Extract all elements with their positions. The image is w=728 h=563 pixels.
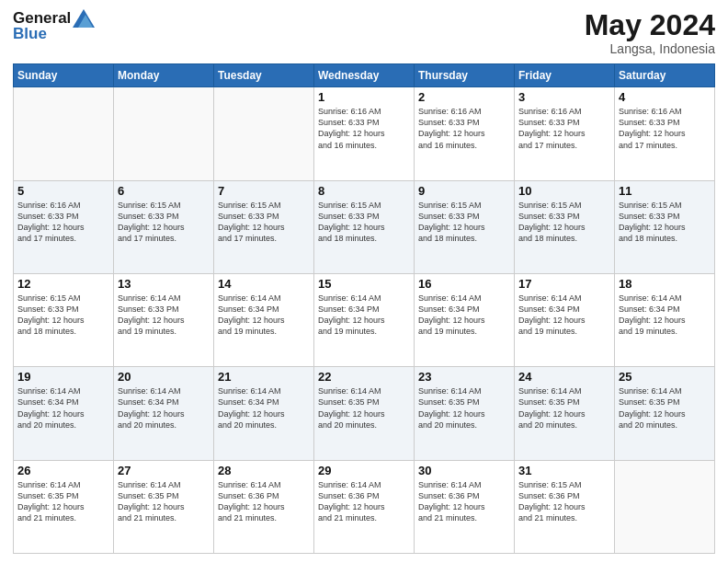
logo: General Blue	[13, 9, 95, 43]
calendar-cell: 12Sunrise: 6:15 AM Sunset: 6:33 PM Dayli…	[14, 273, 114, 366]
calendar-cell: 9Sunrise: 6:15 AM Sunset: 6:33 PM Daylig…	[415, 180, 515, 273]
day-number: 13	[118, 277, 210, 291]
day-number: 19	[17, 370, 109, 384]
calendar-cell: 17Sunrise: 6:14 AM Sunset: 6:34 PM Dayli…	[515, 273, 615, 366]
calendar-cell: 16Sunrise: 6:14 AM Sunset: 6:34 PM Dayli…	[415, 273, 515, 366]
day-number: 10	[518, 184, 610, 198]
day-info: Sunrise: 6:14 AM Sunset: 6:36 PM Dayligh…	[218, 479, 310, 524]
calendar-header-monday: Monday	[114, 64, 214, 87]
calendar-cell: 8Sunrise: 6:15 AM Sunset: 6:33 PM Daylig…	[314, 180, 415, 273]
day-number: 9	[418, 184, 510, 198]
calendar-cell	[615, 460, 715, 553]
day-info: Sunrise: 6:16 AM Sunset: 6:33 PM Dayligh…	[318, 106, 410, 151]
day-info: Sunrise: 6:14 AM Sunset: 6:36 PM Dayligh…	[318, 479, 410, 524]
calendar-header-sunday: Sunday	[14, 64, 114, 87]
calendar-header-row: SundayMondayTuesdayWednesdayThursdayFrid…	[14, 64, 715, 87]
day-info: Sunrise: 6:14 AM Sunset: 6:34 PM Dayligh…	[218, 385, 310, 431]
calendar-cell: 7Sunrise: 6:15 AM Sunset: 6:33 PM Daylig…	[214, 180, 314, 273]
day-number: 4	[619, 90, 711, 104]
calendar-cell: 28Sunrise: 6:14 AM Sunset: 6:36 PM Dayli…	[214, 460, 314, 553]
calendar-cell: 19Sunrise: 6:14 AM Sunset: 6:34 PM Dayli…	[14, 367, 114, 460]
day-info: Sunrise: 6:16 AM Sunset: 6:33 PM Dayligh…	[619, 106, 711, 151]
day-info: Sunrise: 6:14 AM Sunset: 6:34 PM Dayligh…	[318, 293, 410, 338]
calendar-header-tuesday: Tuesday	[214, 64, 314, 87]
calendar-cell: 11Sunrise: 6:15 AM Sunset: 6:33 PM Dayli…	[615, 180, 715, 273]
day-info: Sunrise: 6:14 AM Sunset: 6:35 PM Dayligh…	[518, 385, 610, 431]
day-info: Sunrise: 6:16 AM Sunset: 6:33 PM Dayligh…	[17, 200, 109, 245]
day-info: Sunrise: 6:15 AM Sunset: 6:33 PM Dayligh…	[418, 200, 510, 245]
day-number: 30	[418, 464, 510, 477]
location: Langsa, Indonesia	[585, 41, 715, 56]
calendar-cell: 18Sunrise: 6:14 AM Sunset: 6:34 PM Dayli…	[615, 273, 715, 366]
calendar-cell: 5Sunrise: 6:16 AM Sunset: 6:33 PM Daylig…	[14, 180, 114, 273]
calendar-cell: 20Sunrise: 6:14 AM Sunset: 6:34 PM Dayli…	[114, 367, 214, 460]
day-number: 1	[318, 90, 410, 104]
calendar-week-2: 12Sunrise: 6:15 AM Sunset: 6:33 PM Dayli…	[14, 273, 715, 366]
day-info: Sunrise: 6:14 AM Sunset: 6:35 PM Dayligh…	[619, 385, 711, 431]
calendar-cell: 29Sunrise: 6:14 AM Sunset: 6:36 PM Dayli…	[314, 460, 415, 553]
logo-blue: Blue	[13, 26, 95, 43]
calendar-cell: 23Sunrise: 6:14 AM Sunset: 6:35 PM Dayli…	[415, 367, 515, 460]
calendar-week-3: 19Sunrise: 6:14 AM Sunset: 6:34 PM Dayli…	[14, 367, 715, 460]
day-number: 16	[418, 277, 510, 291]
day-info: Sunrise: 6:14 AM Sunset: 6:33 PM Dayligh…	[118, 293, 210, 338]
calendar-cell: 13Sunrise: 6:14 AM Sunset: 6:33 PM Dayli…	[114, 273, 214, 366]
calendar: SundayMondayTuesdayWednesdayThursdayFrid…	[13, 63, 715, 554]
header: General Blue May 2024 Langsa, Indonesia	[13, 9, 715, 56]
day-number: 29	[318, 464, 410, 477]
calendar-week-4: 26Sunrise: 6:14 AM Sunset: 6:35 PM Dayli…	[14, 460, 715, 553]
title-block: May 2024 Langsa, Indonesia	[585, 9, 715, 56]
day-number: 21	[218, 370, 310, 384]
calendar-cell: 22Sunrise: 6:14 AM Sunset: 6:35 PM Dayli…	[314, 367, 415, 460]
calendar-cell: 27Sunrise: 6:14 AM Sunset: 6:35 PM Dayli…	[114, 460, 214, 553]
day-info: Sunrise: 6:14 AM Sunset: 6:34 PM Dayligh…	[17, 385, 109, 431]
day-number: 3	[518, 90, 610, 104]
logo-icon	[73, 9, 95, 28]
day-info: Sunrise: 6:15 AM Sunset: 6:33 PM Dayligh…	[118, 200, 210, 245]
calendar-cell: 30Sunrise: 6:14 AM Sunset: 6:36 PM Dayli…	[415, 460, 515, 553]
day-info: Sunrise: 6:16 AM Sunset: 6:33 PM Dayligh…	[418, 106, 510, 151]
day-number: 26	[17, 464, 109, 477]
calendar-week-0: 1Sunrise: 6:16 AM Sunset: 6:33 PM Daylig…	[14, 87, 715, 180]
calendar-header-friday: Friday	[515, 64, 615, 87]
day-number: 20	[118, 370, 210, 384]
day-number: 2	[418, 90, 510, 104]
calendar-cell	[114, 87, 214, 180]
day-info: Sunrise: 6:15 AM Sunset: 6:33 PM Dayligh…	[218, 200, 310, 245]
calendar-cell: 15Sunrise: 6:14 AM Sunset: 6:34 PM Dayli…	[314, 273, 415, 366]
day-number: 5	[17, 184, 109, 198]
day-number: 14	[218, 277, 310, 291]
day-number: 18	[619, 277, 711, 291]
calendar-cell: 14Sunrise: 6:14 AM Sunset: 6:34 PM Dayli…	[214, 273, 314, 366]
day-info: Sunrise: 6:14 AM Sunset: 6:34 PM Dayligh…	[218, 293, 310, 338]
calendar-cell: 2Sunrise: 6:16 AM Sunset: 6:33 PM Daylig…	[415, 87, 515, 180]
day-number: 23	[418, 370, 510, 384]
day-number: 7	[218, 184, 310, 198]
day-info: Sunrise: 6:14 AM Sunset: 6:34 PM Dayligh…	[418, 293, 510, 338]
day-number: 24	[518, 370, 610, 384]
calendar-week-1: 5Sunrise: 6:16 AM Sunset: 6:33 PM Daylig…	[14, 180, 715, 273]
calendar-header-wednesday: Wednesday	[314, 64, 415, 87]
calendar-header-saturday: Saturday	[615, 64, 715, 87]
calendar-cell: 25Sunrise: 6:14 AM Sunset: 6:35 PM Dayli…	[615, 367, 715, 460]
day-number: 22	[318, 370, 410, 384]
calendar-cell	[214, 87, 314, 180]
calendar-cell: 6Sunrise: 6:15 AM Sunset: 6:33 PM Daylig…	[114, 180, 214, 273]
calendar-cell: 31Sunrise: 6:15 AM Sunset: 6:36 PM Dayli…	[515, 460, 615, 553]
day-number: 17	[518, 277, 610, 291]
day-info: Sunrise: 6:14 AM Sunset: 6:34 PM Dayligh…	[118, 385, 210, 431]
calendar-cell: 21Sunrise: 6:14 AM Sunset: 6:34 PM Dayli…	[214, 367, 314, 460]
day-info: Sunrise: 6:14 AM Sunset: 6:36 PM Dayligh…	[418, 479, 510, 524]
day-number: 31	[518, 464, 610, 477]
calendar-cell: 3Sunrise: 6:16 AM Sunset: 6:33 PM Daylig…	[515, 87, 615, 180]
month-year: May 2024	[585, 9, 715, 41]
day-info: Sunrise: 6:16 AM Sunset: 6:33 PM Dayligh…	[518, 106, 610, 151]
day-number: 11	[619, 184, 711, 198]
day-info: Sunrise: 6:14 AM Sunset: 6:35 PM Dayligh…	[17, 479, 109, 524]
day-number: 12	[17, 277, 109, 291]
day-info: Sunrise: 6:15 AM Sunset: 6:33 PM Dayligh…	[318, 200, 410, 245]
day-info: Sunrise: 6:15 AM Sunset: 6:33 PM Dayligh…	[518, 200, 610, 245]
calendar-cell: 4Sunrise: 6:16 AM Sunset: 6:33 PM Daylig…	[615, 87, 715, 180]
calendar-cell	[14, 87, 114, 180]
day-info: Sunrise: 6:15 AM Sunset: 6:33 PM Dayligh…	[17, 293, 109, 338]
